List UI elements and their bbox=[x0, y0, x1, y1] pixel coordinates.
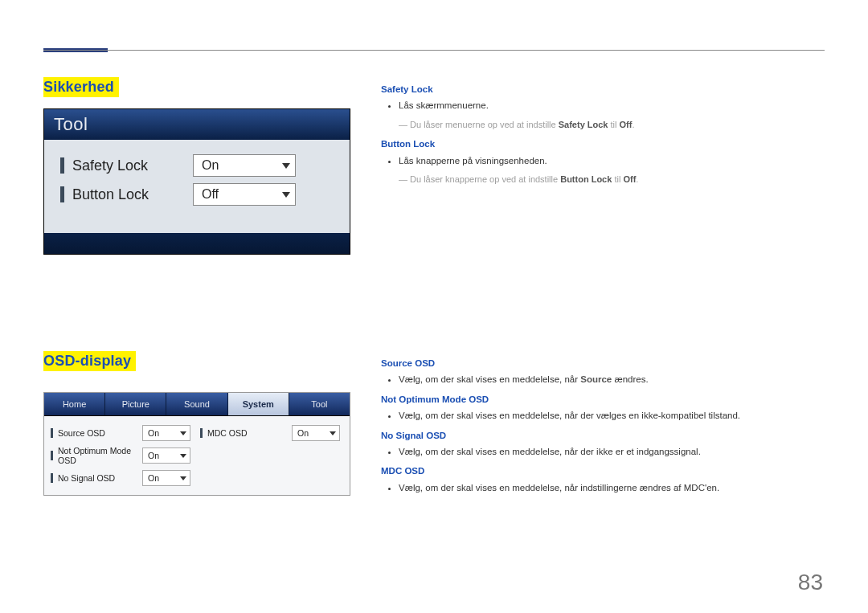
osd-row-button-lock: Button Lock Off bbox=[44, 180, 350, 209]
osd-tab-bar: Home Picture Sound System Tool bbox=[44, 393, 350, 416]
row-label: Source OSD bbox=[58, 428, 142, 438]
select-value: On bbox=[148, 451, 159, 460]
osd-row-safety-lock: Safety Lock On bbox=[44, 151, 350, 180]
mdc-osd-bullet: Vælg, om der skal vises en meddelelse, n… bbox=[399, 480, 825, 495]
chevron-down-icon bbox=[330, 431, 336, 435]
osd-tabs-screenshot: Home Picture Sound System Tool Source OS… bbox=[43, 392, 350, 496]
row-marker bbox=[200, 428, 203, 438]
safety-lock-bullet: Lås skærmmenuerne. bbox=[399, 98, 825, 112]
select-value: On bbox=[297, 428, 309, 438]
button-lock-select[interactable]: Off bbox=[193, 183, 296, 206]
section-title-osd-display: OSD-display bbox=[43, 351, 136, 371]
safety-lock-note: Du låser menuerne op ved at indstille Sa… bbox=[399, 118, 825, 133]
osd-row-not-optimum: Not Optimum Mode OSD On bbox=[47, 443, 197, 468]
source-osd-bullet: Vælg, om der skal vises en meddelelse, n… bbox=[399, 372, 825, 386]
page-number: 83 bbox=[798, 570, 823, 595]
tab-system[interactable]: System bbox=[228, 393, 289, 415]
section-title-sikkerhed: Sikkerhed bbox=[43, 77, 119, 97]
osd-tool-header: Tool bbox=[44, 109, 350, 140]
chevron-down-icon bbox=[282, 192, 290, 198]
chevron-down-icon bbox=[282, 163, 290, 169]
osd-row-mdc-osd: MDC OSD On bbox=[197, 423, 346, 443]
source-osd-heading: Source OSD bbox=[381, 356, 825, 370]
row-marker bbox=[60, 186, 64, 202]
chevron-down-icon bbox=[180, 431, 186, 435]
row-marker bbox=[51, 451, 53, 460]
row-label: No Signal OSD bbox=[58, 473, 142, 483]
empty-cell bbox=[197, 468, 346, 488]
osd-row-no-signal: No Signal OSD On bbox=[47, 468, 197, 488]
no-signal-heading: No Signal OSD bbox=[381, 428, 825, 443]
mdc-osd-select[interactable]: On bbox=[292, 425, 340, 441]
row-marker bbox=[51, 428, 53, 438]
not-optimum-heading: Not Optimum Mode OSD bbox=[381, 392, 825, 407]
row-label: Not Optimum Mode OSD bbox=[58, 446, 142, 465]
button-lock-note: Du låser knapperne op ved at indstille B… bbox=[399, 173, 825, 187]
not-optimum-bullet: Vælg, om der skal vises en meddelelse, n… bbox=[399, 408, 825, 423]
row-marker bbox=[51, 473, 53, 483]
no-signal-bullet: Vælg, om der skal vises en meddelelse, n… bbox=[399, 444, 825, 459]
select-value: On bbox=[202, 158, 219, 173]
safety-lock-heading: Safety Lock bbox=[381, 82, 825, 96]
select-value: Off bbox=[202, 187, 219, 202]
row-label: Button Lock bbox=[72, 186, 193, 203]
no-signal-select[interactable]: On bbox=[142, 470, 190, 486]
empty-cell bbox=[197, 443, 346, 468]
mdc-osd-heading: MDC OSD bbox=[381, 464, 825, 478]
safety-lock-select[interactable]: On bbox=[193, 154, 296, 177]
row-label: Safety Lock bbox=[72, 157, 193, 174]
select-value: On bbox=[148, 473, 159, 483]
osd-tool-screenshot: Tool Safety Lock On Button Lock bbox=[43, 108, 350, 255]
tab-picture[interactable]: Picture bbox=[105, 393, 166, 415]
row-label: MDC OSD bbox=[207, 428, 292, 438]
chevron-down-icon bbox=[180, 476, 186, 480]
not-optimum-select[interactable]: On bbox=[142, 447, 190, 464]
tab-tool[interactable]: Tool bbox=[289, 393, 350, 415]
row-marker bbox=[60, 157, 64, 174]
osd-row-source-osd: Source OSD On bbox=[47, 423, 197, 443]
chevron-down-icon bbox=[180, 454, 186, 458]
tab-home[interactable]: Home bbox=[44, 393, 105, 415]
select-value: On bbox=[148, 428, 159, 438]
button-lock-bullet: Lås knapperne på visningsenheden. bbox=[399, 153, 825, 168]
source-osd-select[interactable]: On bbox=[142, 425, 190, 441]
button-lock-heading: Button Lock bbox=[381, 137, 825, 151]
tab-sound[interactable]: Sound bbox=[166, 393, 227, 415]
header-rule bbox=[43, 50, 825, 51]
